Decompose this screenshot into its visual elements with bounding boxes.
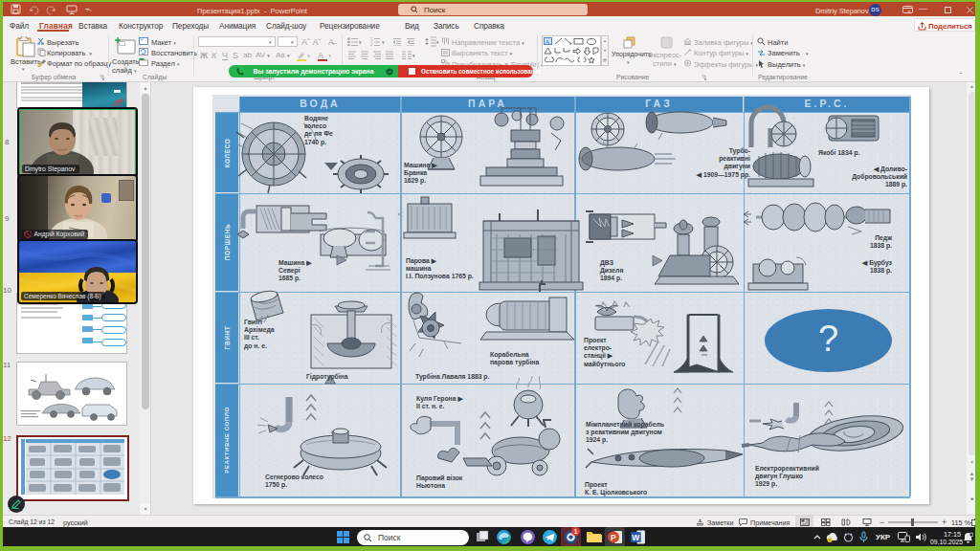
svg-text:P: P [611, 533, 616, 542]
svg-text:!: ! [829, 538, 830, 542]
svg-text:2: 2 [370, 42, 373, 46]
svg-text:А: А [318, 51, 323, 60]
svg-text:A: A [546, 39, 549, 45]
svg-text:W: W [632, 533, 640, 542]
